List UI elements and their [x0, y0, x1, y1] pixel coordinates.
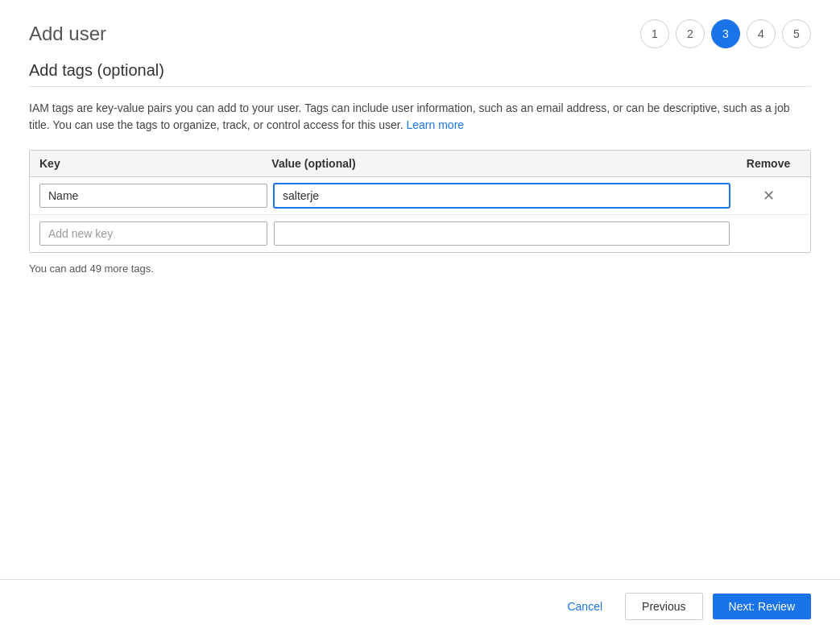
previous-button[interactable]: Previous: [625, 593, 702, 620]
step-2[interactable]: 2: [676, 19, 705, 48]
description-text: IAM tags are key-value pairs you can add…: [29, 100, 811, 134]
key-header: Key: [39, 157, 271, 170]
new-value-input[interactable]: [274, 221, 730, 246]
cancel-button[interactable]: Cancel: [554, 594, 615, 619]
next-button[interactable]: Next: Review: [713, 594, 811, 619]
key-input-1[interactable]: [39, 184, 267, 208]
step-3[interactable]: 3: [711, 19, 740, 48]
remove-cell-1: ✕: [736, 187, 801, 205]
value-header: Value (optional): [271, 157, 736, 170]
tags-table: Key Value (optional) Remove ✕: [29, 150, 811, 253]
new-tag-row: [30, 215, 810, 252]
remove-icon-1: ✕: [763, 187, 775, 205]
page-container: Add user 1 2 3 4 5 Add tags (optional) I…: [0, 0, 840, 633]
value-input-1[interactable]: [274, 184, 730, 208]
tags-info: You can add 49 more tags.: [29, 263, 811, 275]
learn-more-link[interactable]: Learn more: [406, 118, 464, 131]
step-1[interactable]: 1: [640, 19, 669, 48]
main-content: Add tags (optional) IAM tags are key-val…: [0, 61, 840, 633]
new-key-cell: [39, 221, 267, 246]
step-indicators: 1 2 3 4 5: [640, 19, 811, 48]
new-key-input[interactable]: [39, 221, 267, 246]
table-row: ✕: [30, 177, 810, 215]
footer-bar: Cancel Previous Next: Review: [0, 579, 840, 633]
new-value-cell: [274, 221, 730, 246]
step-5[interactable]: 5: [782, 19, 811, 48]
header-area: Add user 1 2 3 4 5: [0, 0, 840, 61]
section-title: Add tags (optional): [29, 61, 811, 87]
key-cell-1: [39, 184, 267, 208]
value-cell-1: [274, 184, 730, 208]
page-title: Add user: [29, 23, 106, 45]
step-4[interactable]: 4: [747, 19, 776, 48]
table-header: Key Value (optional) Remove: [30, 151, 810, 177]
remove-button-1[interactable]: ✕: [763, 187, 775, 205]
remove-header: Remove: [736, 157, 801, 170]
